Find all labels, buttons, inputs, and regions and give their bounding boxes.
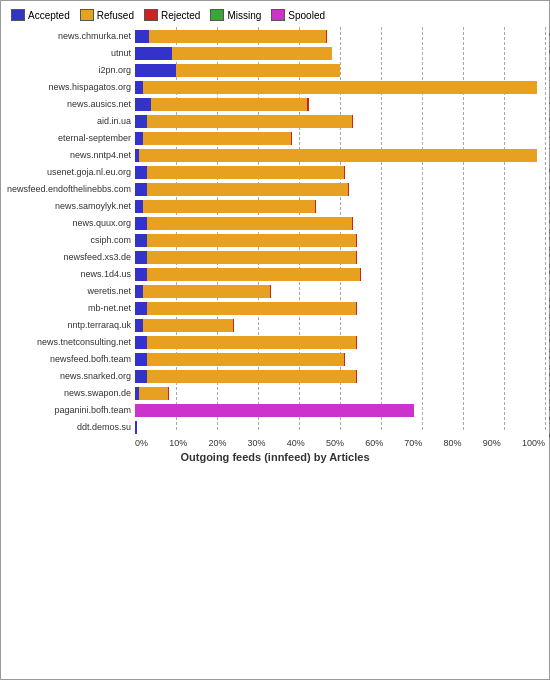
bar-segment-rejected bbox=[348, 183, 349, 196]
row-label: news.1d4.us bbox=[5, 267, 135, 281]
bar-segment-refused bbox=[147, 217, 352, 230]
bar-container: 29998 bbox=[135, 319, 545, 332]
bar-row: nntp.terraraq.uk29998 bbox=[5, 317, 545, 333]
x-axis-label: 90% bbox=[483, 438, 501, 448]
bar-segment-refused bbox=[139, 149, 537, 162]
bar-segment-refused bbox=[147, 302, 356, 315]
bars-wrapper: news.chmurka.net66492755utnut67561114i2p… bbox=[5, 27, 545, 448]
bar-segment-accepted bbox=[135, 115, 147, 128]
x-title: Outgoing feeds (innfeed) by Articles bbox=[5, 451, 545, 463]
bar-segment-accepted bbox=[135, 421, 137, 434]
bar-row: news.snarked.org67198 bbox=[5, 368, 545, 384]
bar-segment-refused bbox=[147, 353, 344, 366]
x-axis-label: 10% bbox=[169, 438, 187, 448]
bar-row: weretis.net42098 bbox=[5, 283, 545, 299]
legend: AcceptedRefusedRejectedMissingSpooled bbox=[5, 5, 545, 27]
grid-line bbox=[545, 27, 546, 430]
bar-segment-accepted bbox=[135, 200, 143, 213]
x-axis-label: 40% bbox=[287, 438, 305, 448]
legend-swatch bbox=[210, 9, 224, 21]
bar-container: 69418 bbox=[135, 268, 545, 281]
row-label: news.swapon.de bbox=[5, 386, 135, 400]
bar-segment-refused bbox=[147, 183, 348, 196]
bar-container: 648416 bbox=[135, 166, 545, 179]
bar-rows: news.chmurka.net66492755utnut67561114i2p… bbox=[5, 27, 545, 436]
row-label: ddt.demos.su bbox=[5, 420, 135, 434]
x-axis-label: 50% bbox=[326, 438, 344, 448]
bar-container: 1270519 bbox=[135, 149, 545, 162]
bar-segment-accepted bbox=[135, 132, 143, 145]
bar-segment-accepted bbox=[135, 47, 172, 60]
legend-label: Missing bbox=[227, 10, 261, 21]
bar-segment-accepted bbox=[135, 234, 147, 247]
bar-row: i2pn.org6594130 bbox=[5, 62, 545, 78]
row-label: news.ausics.net bbox=[5, 97, 135, 111]
bar-row: news.samoylyk.net56569 bbox=[5, 198, 545, 214]
bar-row: newsfeed.bofh.team63188 bbox=[5, 351, 545, 367]
bar-row: news.tnetconsulting.net67918 bbox=[5, 334, 545, 350]
bar-row: newsfeed.xs3.de67768 bbox=[5, 249, 545, 265]
bar-segment-accepted bbox=[135, 285, 143, 298]
bar-segment-rejected bbox=[326, 30, 327, 43]
row-label: news.quux.org bbox=[5, 216, 135, 230]
bar-segment-refused bbox=[143, 319, 233, 332]
bar-row: news.swapon.de9035 bbox=[5, 385, 545, 401]
bar-container: 63188 bbox=[135, 353, 545, 366]
bar-row: news.1d4.us69418 bbox=[5, 266, 545, 282]
bar-segment-refused bbox=[172, 47, 332, 60]
bar-segment-rejected bbox=[307, 98, 309, 111]
bar-row: aid.in.ua695223 bbox=[5, 113, 545, 129]
x-axis-label: 20% bbox=[208, 438, 226, 448]
legend-item: Accepted bbox=[11, 9, 70, 21]
bar-container: 710 bbox=[135, 421, 545, 434]
row-label: aid.in.ua bbox=[5, 114, 135, 128]
bar-container: 4864115 bbox=[135, 98, 545, 111]
row-label: news.nntp4.net bbox=[5, 148, 135, 162]
chart-container: AcceptedRefusedRejectedMissingSpooled ne… bbox=[0, 0, 550, 680]
bar-row: news.ausics.net4864115 bbox=[5, 96, 545, 112]
bar-segment-refused bbox=[176, 64, 340, 77]
bar-container: 482220 bbox=[135, 132, 545, 145]
bar-row: news.nntp4.net1270519 bbox=[5, 147, 545, 163]
row-label: utnut bbox=[5, 46, 135, 60]
x-axis-label: 0% bbox=[135, 438, 148, 448]
x-axis-label: 30% bbox=[248, 438, 266, 448]
bar-row: usenet.goja.nl.eu.org648416 bbox=[5, 164, 545, 180]
bar-segment-rejected bbox=[344, 166, 345, 179]
bar-container: 659912 bbox=[135, 183, 545, 196]
bar-row: ddt.demos.su710 bbox=[5, 419, 545, 435]
bar-segment-accepted bbox=[135, 370, 147, 383]
bar-segment-accepted bbox=[135, 268, 147, 281]
bar-segment-refused bbox=[143, 81, 537, 94]
bar-segment-refused bbox=[143, 132, 291, 145]
legend-label: Spooled bbox=[288, 10, 325, 21]
bar-segment-accepted bbox=[135, 217, 147, 230]
bar-container: 67918 bbox=[135, 336, 545, 349]
bar-container: 67561114 bbox=[135, 47, 545, 60]
bar-container: 695223 bbox=[135, 115, 545, 128]
row-label: weretis.net bbox=[5, 284, 135, 298]
x-axis-label: 70% bbox=[404, 438, 422, 448]
legend-item: Spooled bbox=[271, 9, 325, 21]
bar-segment-accepted bbox=[135, 353, 147, 366]
legend-swatch bbox=[144, 9, 158, 21]
legend-item: Rejected bbox=[144, 9, 200, 21]
bar-segment-refused bbox=[147, 370, 356, 383]
chart-inner: news.chmurka.net66492755utnut67561114i2p… bbox=[5, 27, 545, 448]
row-label: nntp.terraraq.uk bbox=[5, 318, 135, 332]
bar-container: 42098 bbox=[135, 285, 545, 298]
bar-container: 89230 bbox=[135, 404, 545, 417]
bar-row: paganini.bofh.team89230 bbox=[5, 402, 545, 418]
bar-segment-spooled bbox=[135, 404, 414, 417]
bar-row: news.quux.org67148 bbox=[5, 215, 545, 231]
bar-segment-accepted bbox=[135, 319, 143, 332]
x-axis-label: 60% bbox=[365, 438, 383, 448]
bar-container: 67768 bbox=[135, 251, 545, 264]
x-axis-label: 80% bbox=[444, 438, 462, 448]
bar-segment-refused bbox=[147, 251, 356, 264]
bar-segment-refused bbox=[147, 115, 352, 128]
bar-segment-accepted bbox=[135, 302, 147, 315]
bar-segment-refused bbox=[151, 98, 307, 111]
row-label: news.chmurka.net bbox=[5, 29, 135, 43]
bar-segment-refused bbox=[139, 387, 168, 400]
